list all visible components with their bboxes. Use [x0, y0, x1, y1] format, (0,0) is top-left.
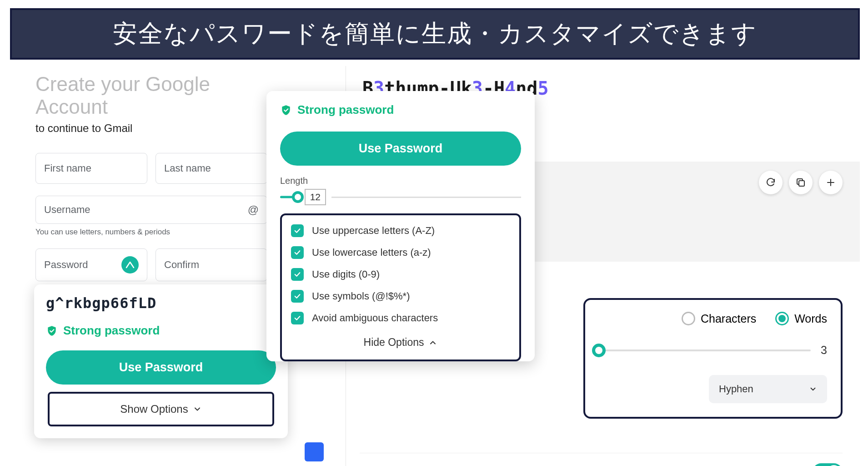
- separator-value: Hyphen: [719, 383, 753, 395]
- strength-label: Strong password: [63, 324, 160, 338]
- checkbox-checked-icon[interactable]: [291, 312, 304, 324]
- copy-icon: [795, 177, 806, 188]
- checkbox-checked-icon[interactable]: [291, 290, 304, 303]
- checkbox-checked-icon[interactable]: [291, 224, 304, 237]
- add-button[interactable]: [819, 171, 843, 194]
- radio-characters[interactable]: Characters: [682, 312, 756, 325]
- last-name-field[interactable]: Last name: [156, 153, 267, 184]
- svg-rect-0: [799, 181, 804, 186]
- plus-icon: [825, 177, 836, 188]
- use-password-button[interactable]: Use Password: [46, 350, 276, 385]
- show-options-button[interactable]: Show Options: [48, 392, 274, 426]
- word-count-value: 3: [821, 344, 827, 357]
- checkbox-checked-icon[interactable]: [291, 268, 304, 281]
- option-label: Use lowercase letters (a-z): [312, 247, 431, 258]
- first-name-field[interactable]: First name: [35, 153, 147, 184]
- radio-checked-icon: [775, 312, 789, 325]
- first-name-placeholder: First name: [44, 162, 91, 174]
- confirm-placeholder: Confirm: [164, 259, 259, 271]
- hide-options-button[interactable]: Hide Options: [291, 334, 510, 351]
- mode-radios: Characters Words: [599, 312, 827, 325]
- copy-button[interactable]: [789, 171, 813, 194]
- shield-check-icon: [280, 104, 292, 116]
- separator-dropdown[interactable]: Hyphen: [709, 375, 827, 403]
- username-hint: You can use letters, numbers & periods: [35, 228, 267, 237]
- word-count-slider[interactable]: 3: [599, 344, 827, 357]
- option-label: Use digits (0-9): [312, 268, 380, 280]
- chevron-down-icon: [809, 385, 817, 393]
- radio-label: Characters: [701, 312, 756, 325]
- radio-label: Words: [794, 312, 827, 325]
- option-label: Use symbols (@!$%*): [312, 290, 410, 302]
- chevron-down-icon: [193, 405, 202, 414]
- strength-indicator: Strong password: [280, 103, 521, 117]
- password-popup-expanded: Strong password Use Password Length 12 U…: [266, 91, 535, 361]
- google-signup-form: Create your Google Account to continue t…: [35, 73, 267, 281]
- option-label: Use uppercase letters (A-Z): [312, 225, 435, 237]
- checkbox-checked-icon[interactable]: [291, 246, 304, 259]
- length-slider[interactable]: [280, 196, 299, 198]
- option-uppercase[interactable]: Use uppercase letters (A-Z): [291, 224, 510, 237]
- nordpass-icon[interactable]: [121, 256, 139, 274]
- last-name-placeholder: Last name: [164, 162, 211, 174]
- toggle-row-capitals: [360, 453, 843, 466]
- caption-banner: 安全なパスワードを簡単に生成・カスタマイズできます: [10, 8, 860, 60]
- radio-unchecked-icon: [682, 312, 695, 325]
- form-subtitle: to continue to Gmail: [35, 122, 267, 135]
- password-digit: 5: [537, 78, 548, 99]
- refresh-icon: [765, 177, 776, 188]
- username-field[interactable]: Username @: [35, 196, 267, 224]
- length-value-box[interactable]: 12: [305, 189, 326, 205]
- refresh-button[interactable]: [759, 171, 783, 194]
- form-title: Create your Google Account: [35, 73, 267, 118]
- action-buttons: [759, 171, 843, 194]
- options-box: Use uppercase letters (A-Z) Use lowercas…: [280, 213, 521, 361]
- confirm-field[interactable]: Confirm: [156, 248, 267, 281]
- use-password-button[interactable]: Use Password: [280, 132, 521, 166]
- show-options-label: Show Options: [120, 403, 188, 415]
- option-label: Avoid ambiguous characters: [312, 312, 438, 324]
- option-digits[interactable]: Use digits (0-9): [291, 268, 510, 281]
- password-placeholder: Password: [44, 259, 115, 271]
- blue-checkbox-fragment: [305, 442, 324, 461]
- password-field[interactable]: Password: [35, 248, 147, 281]
- length-label: Length: [280, 176, 521, 186]
- slider-track-rest[interactable]: [331, 197, 521, 198]
- shield-check-icon: [46, 325, 58, 337]
- at-symbol: @: [248, 203, 259, 216]
- hide-options-label: Hide Options: [364, 336, 424, 349]
- slider-knob[interactable]: [592, 344, 606, 357]
- toggle-switch[interactable]: [813, 463, 843, 466]
- username-placeholder: Username: [44, 204, 248, 216]
- word-config-box: Characters Words 3 Hyphen: [583, 298, 843, 419]
- banner-text: 安全なパスワードを簡単に生成・カスタマイズできます: [113, 20, 757, 47]
- radio-words[interactable]: Words: [775, 312, 827, 325]
- strength-label: Strong password: [297, 103, 394, 117]
- option-lowercase[interactable]: Use lowercase letters (a-z): [291, 246, 510, 259]
- generated-password-text: g^rkbgp66fLD: [46, 294, 276, 312]
- chevron-up-icon: [428, 338, 437, 347]
- length-slider-row: 12: [280, 189, 521, 205]
- option-symbols[interactable]: Use symbols (@!$%*): [291, 290, 510, 303]
- password-popup-collapsed: g^rkbgp66fLD Strong password Use Passwor…: [34, 284, 288, 438]
- strength-indicator: Strong password: [46, 324, 276, 338]
- option-ambiguous[interactable]: Avoid ambiguous characters: [291, 312, 510, 324]
